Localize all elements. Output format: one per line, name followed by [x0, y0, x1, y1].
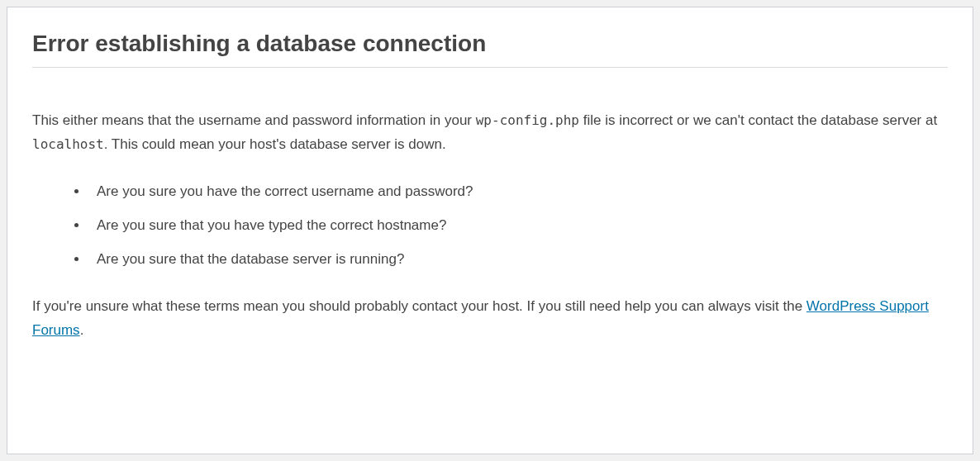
intro-text-2: file is incorrect or we can't contact th… — [579, 112, 937, 128]
intro-text-3: . This could mean your host's database s… — [104, 136, 446, 152]
error-footer: If you're unsure what these terms mean y… — [32, 295, 948, 343]
list-item: Are you sure that the database server is… — [88, 248, 948, 270]
error-intro: This either means that the username and … — [32, 109, 948, 157]
list-item: Are you sure that you have typed the cor… — [88, 214, 948, 236]
config-file-code: wp-config.php — [476, 112, 579, 128]
error-title: Error establishing a database connection — [32, 31, 948, 68]
intro-text-1: This either means that the username and … — [32, 112, 476, 128]
footer-text-1: If you're unsure what these terms mean y… — [32, 298, 806, 314]
footer-text-2: . — [80, 322, 84, 338]
error-panel: Error establishing a database connection… — [7, 7, 973, 454]
list-item: Are you sure you have the correct userna… — [88, 180, 948, 202]
hostname-code: localhost — [32, 136, 104, 152]
checklist: Are you sure you have the correct userna… — [88, 180, 948, 271]
